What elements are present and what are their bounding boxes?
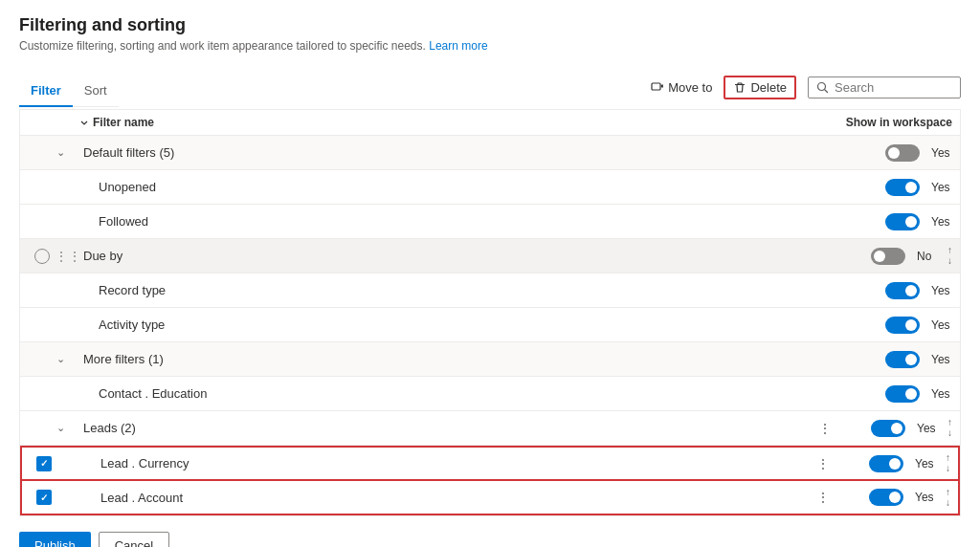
search-icon [816, 81, 829, 94]
toggle-switch[interactable] [885, 351, 920, 368]
toggle-thumb [905, 285, 917, 296]
row-actions: Yes [818, 179, 952, 196]
delete-button[interactable]: Delete [724, 76, 796, 99]
subtitle-text: Customize filtering, sorting and work it… [19, 39, 429, 53]
row-label: Leads (2) [79, 421, 818, 435]
toggle-switch[interactable] [871, 420, 905, 437]
toggle-thumb [905, 182, 917, 193]
table-row: Contact . Education Yes [20, 377, 960, 411]
main-container: Filtering and sorting Customize filterin… [0, 0, 980, 547]
table-row: ⌄ Default filters (5) Yes [20, 136, 960, 170]
search-box[interactable] [808, 77, 961, 98]
row-actions: Yes ↑ ↓ [845, 488, 950, 508]
row-actions: No ↑ ↓ [818, 246, 952, 266]
sort-up-arrow[interactable]: ↑ [946, 488, 950, 497]
row-actions: Yes [818, 144, 952, 162]
table-row: ✓ Lead . Account ⋮ Yes ↑ ↓ [20, 481, 960, 515]
row-select-circle[interactable] [28, 249, 56, 264]
collapse-icon[interactable]: ⌄ [56, 146, 79, 159]
sort-arrows: ↑ ↓ [947, 246, 952, 266]
toggle-label: Yes [931, 146, 952, 160]
col-filter-name: Filter name [79, 116, 818, 129]
toggle-switch[interactable] [869, 455, 903, 472]
svg-point-1 [818, 83, 826, 91]
table-header: Filter name Show in workspace [20, 110, 960, 136]
row-label: Default filters (5) [79, 145, 818, 160]
toggle-switch[interactable] [885, 213, 920, 230]
sort-down-arrow[interactable]: ↓ [946, 498, 950, 508]
row-label: Contact . Education [79, 386, 818, 401]
toggle-thumb [905, 354, 917, 365]
tabs-container: Filter Sort [19, 76, 119, 107]
collapse-icon[interactable]: ⌄ [56, 422, 79, 434]
publish-button[interactable]: Publish [19, 532, 91, 547]
sort-up-arrow[interactable]: ↑ [947, 246, 952, 255]
move-to-label: Move to [668, 80, 712, 95]
tab-sort[interactable]: Sort [73, 76, 119, 107]
sort-chevron-icon[interactable] [79, 118, 89, 127]
row-checkbox[interactable]: ✓ [30, 456, 58, 471]
tab-filter[interactable]: Filter [19, 76, 73, 107]
more-options-icon[interactable]: ⋮ [818, 421, 847, 436]
row-checkbox[interactable]: ✓ [30, 490, 58, 505]
cancel-button[interactable]: Cancel [99, 532, 169, 547]
search-input[interactable] [835, 80, 949, 95]
row-actions: Yes [818, 385, 952, 403]
delete-icon [733, 81, 746, 95]
row-actions: Yes [818, 213, 952, 230]
table-row: Record type Yes [20, 274, 960, 308]
sort-up-arrow[interactable]: ↑ [946, 453, 950, 463]
toggle-label: Yes [931, 284, 952, 297]
toggle-thumb [891, 423, 902, 434]
table-row: ⋮⋮ Due by No ↑ ↓ [20, 239, 960, 274]
toggle-thumb [874, 251, 885, 262]
toggle-thumb [889, 458, 901, 470]
svg-rect-0 [652, 83, 660, 90]
table-row: ⌄ More filters (1) Yes [20, 342, 960, 377]
learn-more-link[interactable]: Learn more [429, 39, 487, 53]
more-options-icon[interactable]: ⋮ [816, 456, 845, 471]
filter-table: Filter name Show in workspace ⌄ Default … [19, 109, 961, 516]
sort-down-arrow[interactable]: ↓ [947, 256, 952, 266]
footer: Publish Cancel [19, 520, 961, 547]
row-label: More filters (1) [79, 352, 818, 366]
sort-down-arrow[interactable]: ↓ [947, 428, 952, 438]
toggle-thumb [905, 388, 917, 400]
table-row: ✓ Lead . Currency ⋮ Yes ↑ ↓ [20, 446, 960, 481]
sort-down-arrow[interactable]: ↓ [946, 464, 950, 473]
toggle-switch[interactable] [885, 144, 920, 162]
collapse-icon[interactable]: ⌄ [56, 353, 79, 365]
toggle-label: Yes [931, 318, 952, 332]
move-to-button[interactable]: Move to [651, 80, 712, 95]
page-header: Filtering and sorting Customize filterin… [19, 15, 961, 53]
sort-up-arrow[interactable]: ↑ [947, 418, 952, 427]
row-actions: Yes ↑ ↓ [845, 453, 950, 473]
row-label: Activity type [79, 317, 818, 332]
toggle-label: Yes [915, 457, 936, 470]
toggle-switch[interactable] [885, 385, 920, 403]
sort-arrows: ↑ ↓ [946, 453, 950, 473]
row-actions: Yes [818, 317, 952, 334]
row-label: Lead . Account [81, 491, 816, 505]
row-label: Unopened [79, 180, 818, 194]
toolbar: Move to Delete [651, 68, 961, 107]
table-row: ⌄ Leads (2) ⋮ Yes ↑ ↓ [20, 411, 960, 446]
row-label: Due by [79, 249, 818, 263]
drag-handle-icon[interactable]: ⋮⋮ [56, 249, 79, 264]
row-actions: Yes ↑ ↓ [847, 418, 952, 438]
row-label: Lead . Currency [81, 456, 816, 470]
toggle-switch[interactable] [885, 179, 920, 196]
toggle-thumb [888, 147, 900, 159]
toggle-switch[interactable] [871, 248, 905, 265]
sort-arrows: ↑ ↓ [947, 418, 952, 438]
more-options-icon[interactable]: ⋮ [816, 490, 845, 505]
toggle-thumb [889, 492, 901, 503]
toggle-thumb [905, 216, 917, 228]
table-row: Activity type Yes [20, 308, 960, 342]
toggle-switch[interactable] [885, 317, 920, 334]
row-label: Followed [79, 214, 818, 229]
col-show-workspace: Show in workspace [818, 116, 952, 129]
toggle-label: Yes [915, 491, 936, 504]
toggle-switch[interactable] [885, 282, 920, 299]
toggle-switch[interactable] [869, 489, 903, 506]
